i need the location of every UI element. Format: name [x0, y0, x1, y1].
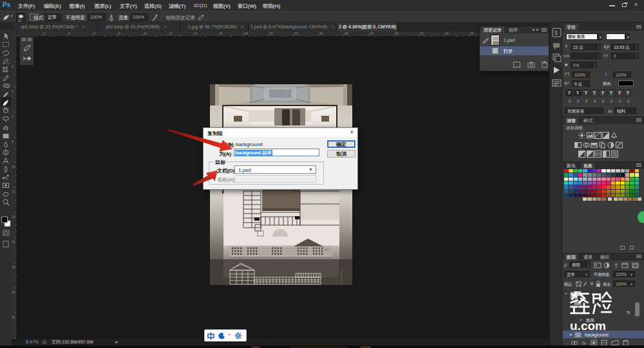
svg-text:== =: == = — [325, 248, 328, 251]
svg-text:T: T — [614, 262, 618, 269]
svg-text:5: 5 — [554, 30, 558, 36]
